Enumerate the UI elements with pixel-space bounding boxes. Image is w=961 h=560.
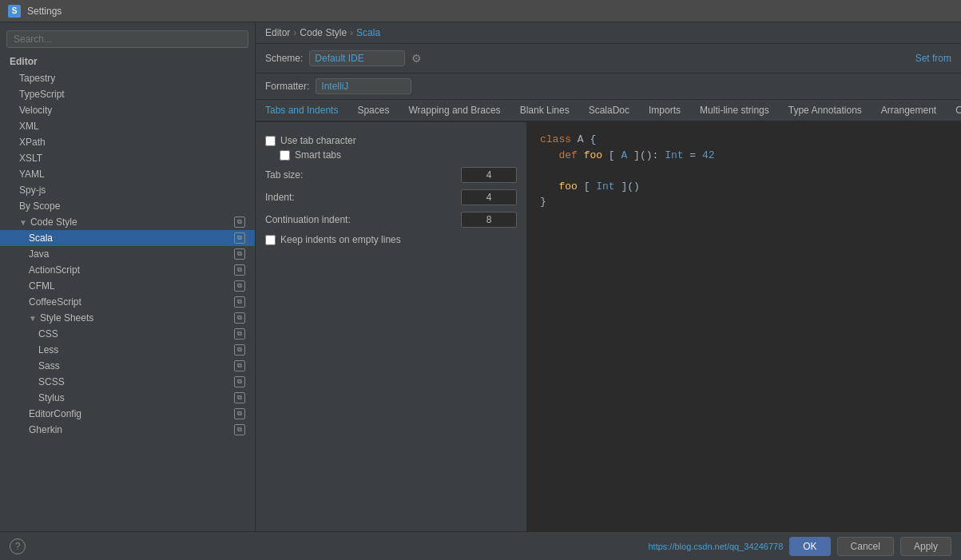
ok-button[interactable]: OK (789, 537, 830, 556)
breadcrumb-codestyle: Code Style (300, 27, 347, 38)
tab-tabs-and-indents[interactable]: Tabs and Indents (256, 100, 347, 122)
bottom-left: ? (10, 538, 26, 554)
sidebar-item-xml[interactable]: XML (0, 118, 255, 134)
sidebar-item-cfml[interactable]: CFML ⧉ (0, 278, 255, 294)
scheme-select[interactable]: Default IDE (309, 50, 405, 66)
sidebar-item-gherkin[interactable]: Gherkin ⧉ (0, 422, 255, 438)
code-line-5: } (540, 194, 948, 210)
copy-icon: ⧉ (234, 392, 245, 403)
sidebar-item-java[interactable]: Java ⧉ (0, 246, 255, 262)
tab-size-row: Tab size: (265, 167, 517, 183)
gear-icon[interactable]: ⚙ (411, 52, 422, 65)
sidebar: Editor Tapestry TypeScript Velocity XML … (0, 22, 256, 531)
breadcrumb-scala: Scala (356, 27, 380, 38)
use-tab-character-label: Use tab character (280, 135, 356, 146)
tab-scaladoc[interactable]: ScalaDoc (579, 100, 639, 122)
sidebar-item-editorconfig[interactable]: EditorConfig ⧉ (0, 406, 255, 422)
breadcrumb-editor: Editor (265, 27, 290, 38)
settings-panel: Use tab character Smart tabs Tab size: I… (256, 122, 527, 531)
indent-label: Indent: (265, 192, 295, 203)
indent-row: Indent: (265, 189, 517, 205)
sidebar-item-byscope[interactable]: By Scope (0, 198, 255, 214)
sidebar-item-spyjs[interactable]: Spy-js (0, 182, 255, 198)
sidebar-item-yaml[interactable]: YAML (0, 166, 255, 182)
continuation-indent-row: Continuation indent: (265, 212, 517, 228)
keep-indents-checkbox[interactable] (265, 235, 276, 245)
triangle-icon: ▼ (29, 314, 37, 323)
copy-icon: ⧉ (234, 216, 245, 228)
smart-tabs-label: Smart tabs (295, 149, 341, 161)
sidebar-item-typescript[interactable]: TypeScript (0, 86, 255, 102)
scheme-label: Scheme: (265, 53, 303, 64)
continuation-indent-label: Continuation indent: (265, 214, 351, 225)
formatter-select[interactable]: IntelliJ (316, 78, 411, 94)
copy-icon: ⧉ (234, 344, 245, 355)
bottom-bar: ? https://blog.csdn.net/qq_34246778 OK C… (0, 531, 961, 560)
app-icon: S (8, 5, 21, 18)
sidebar-item-velocity[interactable]: Velocity (0, 102, 255, 118)
smart-tabs-row: Smart tabs (280, 149, 517, 161)
code-line-3 (540, 163, 948, 179)
tab-arrangement[interactable]: Arrangement (872, 100, 946, 122)
formatter-label: Formatter: (265, 81, 309, 92)
tab-size-label: Tab size: (265, 169, 303, 181)
copy-icon: ⧉ (234, 264, 245, 276)
use-tab-character-row: Use tab character (265, 135, 517, 146)
set-from-link[interactable]: Set from (915, 53, 951, 64)
bottom-right: https://blog.csdn.net/qq_34246778 OK Can… (648, 537, 951, 556)
copy-icon: ⧉ (234, 296, 245, 308)
cancel-button[interactable]: Cancel (837, 537, 894, 556)
sidebar-item-coffeescript[interactable]: CoffeeScript ⧉ (0, 294, 255, 310)
sidebar-item-sass[interactable]: Sass ⧉ (0, 358, 255, 374)
sidebar-item-codestyle[interactable]: ▼ Code Style ⧉ (0, 214, 255, 230)
breadcrumb-sep2: › (350, 27, 353, 38)
sidebar-item-stylesheets[interactable]: ▼ Style Sheets ⧉ (0, 310, 255, 326)
formatter-row: Formatter: IntelliJ (256, 73, 961, 100)
tab-spaces[interactable]: Spaces (347, 100, 399, 122)
tab-multiline-strings[interactable]: Multi-line strings (690, 100, 779, 122)
code-line-1: class A { (540, 132, 948, 148)
tab-imports[interactable]: Imports (639, 100, 690, 122)
code-line-4: foo [ Int ]() (540, 179, 948, 195)
copy-icon: ⧉ (234, 408, 245, 419)
sidebar-item-tapestry[interactable]: Tapestry (0, 70, 255, 86)
code-preview: class A { def foo [ A ](): Int = 42 (527, 122, 961, 531)
sidebar-item-xslt[interactable]: XSLT (0, 150, 255, 166)
copy-icon: ⧉ (234, 424, 245, 435)
sidebar-item-xpath[interactable]: XPath (0, 134, 255, 150)
breadcrumb-sep1: › (293, 27, 296, 38)
sidebar-item-scala[interactable]: Scala ⧉ (0, 230, 255, 246)
copy-icon: ⧉ (234, 360, 245, 371)
continuation-indent-input[interactable] (461, 212, 517, 228)
tab-other[interactable]: Other (946, 100, 961, 122)
code-line-2: def foo [ A ](): Int = 42 (540, 148, 948, 164)
copy-icon: ⧉ (234, 376, 245, 387)
sidebar-item-actionscript[interactable]: ActionScript ⧉ (0, 262, 255, 278)
editor-section-label: Editor (0, 53, 255, 70)
copy-icon: ⧉ (234, 312, 245, 324)
window-title: Settings (27, 6, 62, 17)
copy-icon: ⧉ (234, 248, 245, 260)
tabs-row: Tabs and Indents Spaces Wrapping and Bra… (256, 100, 961, 122)
content-area: Editor › Code Style › Scala Scheme: Defa… (256, 22, 961, 531)
tab-wrapping-braces[interactable]: Wrapping and Braces (399, 100, 510, 122)
sidebar-item-css[interactable]: CSS ⧉ (0, 326, 255, 342)
sidebar-item-scss[interactable]: SCSS ⧉ (0, 374, 255, 390)
smart-tabs-checkbox[interactable] (280, 150, 290, 161)
sidebar-item-stylus[interactable]: Stylus ⧉ (0, 390, 255, 406)
apply-button[interactable]: Apply (900, 537, 951, 556)
scheme-row: Scheme: Default IDE ⚙ Set from (256, 44, 961, 73)
tab-blank-lines[interactable]: Blank Lines (510, 100, 579, 122)
url-text: https://blog.csdn.net/qq_34246778 (648, 542, 783, 551)
copy-icon: ⧉ (234, 280, 245, 292)
indent-input[interactable] (461, 189, 517, 205)
use-tab-character-checkbox[interactable] (265, 136, 276, 146)
tab-size-input[interactable] (461, 167, 517, 183)
help-button[interactable]: ? (10, 538, 26, 554)
sidebar-item-less[interactable]: Less ⧉ (0, 342, 255, 358)
keep-indents-label: Keep indents on empty lines (280, 234, 401, 245)
tab-type-annotations[interactable]: Type Annotations (779, 100, 872, 122)
breadcrumb: Editor › Code Style › Scala (256, 22, 961, 44)
copy-icon: ⧉ (234, 328, 245, 340)
search-input[interactable] (6, 30, 248, 48)
